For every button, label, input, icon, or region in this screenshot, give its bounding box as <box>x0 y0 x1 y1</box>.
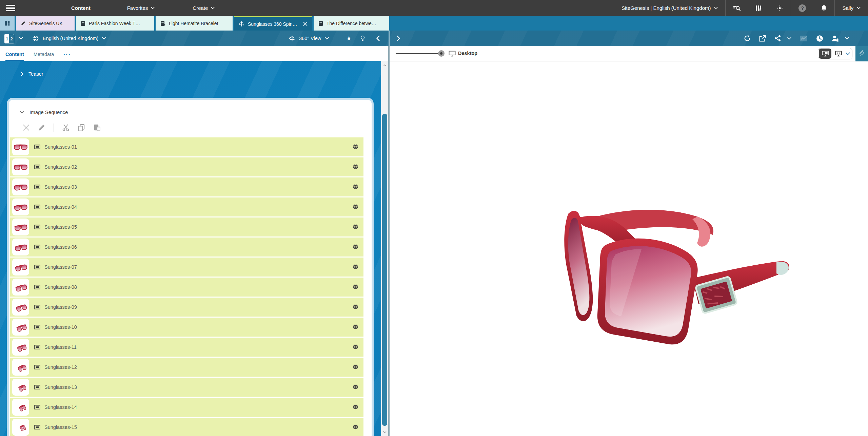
analytics-image-icon <box>800 35 808 42</box>
section-teaser[interactable]: Teaser <box>20 71 43 77</box>
menu-favorites[interactable]: Favorites <box>127 5 155 11</box>
pages-dropdown[interactable] <box>17 31 25 46</box>
tab-apps[interactable] <box>0 16 15 31</box>
sunglasses-thumbnail <box>12 219 29 235</box>
locale-selector[interactable]: English (United Kingdom) <box>33 31 106 46</box>
image-sequence-row[interactable]: Sunglasses-12 <box>10 358 363 377</box>
history-button[interactable] <box>814 31 825 46</box>
apps-icon <box>4 20 10 26</box>
preview-body <box>390 61 868 436</box>
content-search-button[interactable] <box>726 0 748 16</box>
copy-icon[interactable] <box>78 124 85 131</box>
image-sequence-row[interactable]: Sunglasses-05 <box>10 217 363 236</box>
chevron-down-icon <box>325 37 329 40</box>
analytics-button[interactable] <box>797 31 810 46</box>
open-in-new-button[interactable] <box>757 31 768 46</box>
pages-badge[interactable]: 1 2 <box>4 34 14 43</box>
image-sequence-row[interactable]: Sunglasses-03 <box>10 177 363 196</box>
sunglasses-thumbnail <box>12 339 29 356</box>
image-sequence-row[interactable]: Sunglasses-15 <box>10 418 363 436</box>
image-sequence-row[interactable]: Sunglasses-10 <box>10 318 363 337</box>
scroll-down-arrow[interactable] <box>381 429 388 435</box>
globe-icon <box>353 424 358 430</box>
media-type-icon <box>34 345 40 349</box>
tab-content[interactable]: Content <box>5 52 24 61</box>
forward-button[interactable] <box>394 31 403 46</box>
image-sequence-row[interactable]: Sunglasses-14 <box>10 398 363 417</box>
media-type-icon <box>34 245 40 249</box>
row-label: Sunglasses-12 <box>44 364 77 370</box>
sunglasses-thumbnail <box>12 158 29 175</box>
close-icon[interactable] <box>303 22 308 26</box>
image-sequence-row[interactable]: Sunglasses-06 <box>10 238 363 257</box>
refresh-button[interactable] <box>742 31 753 46</box>
tab-metadata[interactable]: Metadata <box>34 52 54 61</box>
preview-mode-docked-button[interactable] <box>819 49 831 59</box>
paste-icon[interactable] <box>93 124 101 131</box>
sunglasses-thumbnail <box>12 399 29 416</box>
help-button[interactable]: ? <box>791 0 813 16</box>
library-icon <box>755 5 762 12</box>
view-selector[interactable]: 360° View <box>289 31 329 46</box>
menu-create[interactable]: Create <box>193 5 215 11</box>
chevron-down-icon[interactable] <box>846 52 850 55</box>
spinner-360-icon <box>239 21 244 27</box>
sunglasses-thumbnail <box>12 259 29 276</box>
menu-content[interactable]: Content <box>71 5 91 11</box>
row-label: Sunglasses-03 <box>44 184 77 190</box>
edit-pencil-icon[interactable] <box>38 124 45 131</box>
sunglasses-thumbnail <box>12 178 29 195</box>
tab-paris-fashion-week[interactable]: Paris Fashion Week T… <box>76 16 154 31</box>
lightbulb-button[interactable] <box>358 31 367 46</box>
site-selector[interactable]: SiteGenesis | English (United Kingdom) <box>614 0 725 16</box>
image-sequence-row[interactable]: Sunglasses-11 <box>10 338 363 357</box>
cut-scissors-icon[interactable] <box>62 124 70 131</box>
monitor-icon <box>449 51 456 57</box>
tab-light-hematite-bracelet[interactable]: Light Hematite Bracelet <box>156 16 233 31</box>
hamburger-menu-icon[interactable] <box>6 5 15 11</box>
library-button[interactable] <box>748 0 769 16</box>
preview-mode-resize-button[interactable] <box>832 49 845 59</box>
image-sequence-row[interactable]: Sunglasses-07 <box>10 258 363 277</box>
tab-the-difference-between[interactable]: The Difference betwe… <box>314 16 389 31</box>
chevron-right-icon <box>20 72 23 76</box>
article-icon <box>81 21 85 26</box>
device-slider-track[interactable] <box>396 53 440 54</box>
row-label: Sunglasses-05 <box>44 224 77 230</box>
image-sequence-row[interactable]: Sunglasses-01 <box>10 137 363 156</box>
image-sequence-row[interactable]: Sunglasses-13 <box>10 378 363 397</box>
panel-divider[interactable] <box>388 46 390 436</box>
remove-icon[interactable] <box>22 124 30 131</box>
sunglasses-thumbnail <box>12 239 29 255</box>
favorite-star-button[interactable]: ★ <box>344 31 354 46</box>
tab-sitegenesis-uk[interactable]: SiteGenesis UK <box>16 16 75 31</box>
user-settings-button[interactable] <box>829 31 841 46</box>
device-slider-handle[interactable] <box>438 50 445 57</box>
share-dropdown[interactable] <box>785 31 793 46</box>
image-sequence-row[interactable]: Sunglasses-09 <box>10 298 363 317</box>
image-sequence-row[interactable]: Sunglasses-02 <box>10 157 363 176</box>
localization-dashboard-icon <box>776 5 783 12</box>
form-scrollbar[interactable] <box>381 61 388 436</box>
scroll-up-arrow[interactable] <box>381 62 388 68</box>
user-settings-dropdown[interactable] <box>843 31 851 46</box>
scrollbar-thumb[interactable] <box>382 114 387 426</box>
document-toolbar: 1 2 English (United Kingdom) 360° View ★ <box>0 31 868 46</box>
media-type-icon <box>34 265 40 269</box>
share-button[interactable] <box>772 31 783 46</box>
section-image-sequence[interactable]: Image Sequence <box>20 109 372 115</box>
dashboard-button[interactable] <box>769 0 791 16</box>
chevron-down-icon <box>857 7 861 9</box>
user-menu[interactable]: Sally <box>835 0 868 16</box>
sunglasses-product-image <box>539 204 797 360</box>
top-bar: Content Favorites Create SiteGenesis | E… <box>0 0 868 16</box>
tab-sunglasses-360-spin[interactable]: Sunglasses 360 Spin… <box>234 16 312 31</box>
edit-redirect-icon[interactable] <box>858 49 866 56</box>
more-tabs-button[interactable]: ··· <box>63 52 71 61</box>
monitor-panel-icon <box>822 51 829 57</box>
notifications-button[interactable] <box>813 0 834 16</box>
image-sequence-row[interactable]: Sunglasses-04 <box>10 197 363 216</box>
chevron-down-icon <box>714 7 718 9</box>
image-sequence-row[interactable]: Sunglasses-08 <box>10 278 363 297</box>
back-button[interactable] <box>374 31 382 46</box>
